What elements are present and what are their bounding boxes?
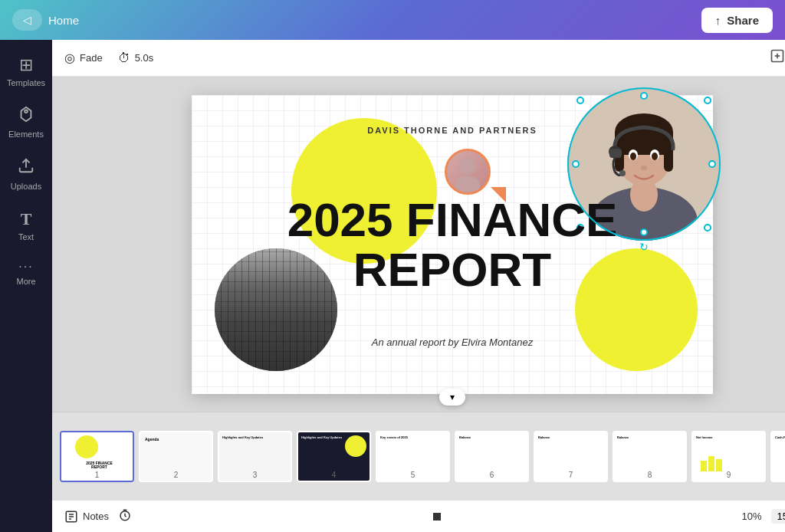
- slide-thumb-4[interactable]: Highlights and Key Updates 4: [297, 431, 371, 482]
- notes-button[interactable]: Notes: [64, 510, 109, 524]
- sidebar-item-label: Templates: [7, 78, 45, 87]
- page-number: 15: [777, 511, 785, 522]
- handle-top-right[interactable]: [704, 97, 711, 104]
- main-content: ◎ Fade ⏱ 5.0s: [52, 40, 785, 532]
- sidebar-item-uploads[interactable]: Uploads: [0, 149, 52, 199]
- thumb-num-2: 2: [174, 471, 179, 479]
- bottom-bar: Notes 10% 15: [52, 500, 785, 532]
- filmstrip: 2025 FINANCEREPORT 1 Agenda 2 Highlights…: [52, 412, 785, 500]
- slide-thumb-2[interactable]: Agenda 2: [139, 431, 213, 482]
- thumb-label: Key events of 2025: [380, 435, 445, 439]
- thumb-circle: [345, 435, 366, 457]
- thumb-yellow-circle: [75, 435, 98, 458]
- toolbar: ◎ Fade ⏱ 5.0s: [52, 40, 785, 77]
- slide-thumb-10[interactable]: Cash-Flow State 1: [770, 431, 785, 482]
- slide-thumb-8[interactable]: Balance 8: [613, 431, 687, 482]
- share-upload-icon: ↑: [715, 14, 721, 27]
- mini-chart: [701, 456, 722, 471]
- sidebar-item-label: More: [16, 277, 35, 286]
- slide-thumb-6[interactable]: Balance 6: [455, 431, 529, 482]
- home-label: Home: [48, 14, 79, 27]
- thumb-label: Balance: [459, 435, 471, 439]
- thumb-10-content: Cash-Flow State: [772, 432, 785, 481]
- rotate-handle[interactable]: ↻: [639, 241, 649, 253]
- slide-title: 2025 FINANCE REPORT: [287, 195, 618, 294]
- sidebar-item-elements[interactable]: Elements: [0, 98, 52, 146]
- handle-bot-mid[interactable]: [640, 228, 648, 236]
- collapse-filmstrip-button[interactable]: ▾: [439, 389, 465, 406]
- slide-company: DAVIS THORNE AND PARTNERS: [367, 126, 537, 135]
- thumb-num-7: 7: [569, 471, 573, 479]
- timer-icon: [118, 508, 132, 522]
- more-icon: ···: [18, 260, 33, 274]
- slide-thumb-9[interactable]: Net Income 9: [691, 431, 766, 482]
- page-number-box[interactable]: 15: [771, 509, 785, 524]
- handle-mid-right[interactable]: [708, 160, 716, 168]
- share-button[interactable]: ↑ Share: [701, 8, 773, 33]
- notes-icon: [64, 510, 78, 524]
- thumb-label: Highlights and Key Updates: [301, 435, 342, 439]
- share-label: Share: [727, 14, 759, 27]
- thumb-label: Balance: [538, 435, 550, 439]
- slide-thumb-3[interactable]: Highlights and Key Updates 3: [218, 431, 292, 482]
- svg-marker-0: [21, 107, 31, 121]
- slide-canvas[interactable]: ↻ DAVIS THORNE AND PARTNERS 2025 FINANCE…: [192, 95, 713, 394]
- playhead-dot: [433, 513, 441, 521]
- slide-thumb-1[interactable]: 2025 FINANCEREPORT 1: [60, 431, 134, 482]
- header: ◁ Home ↑ Share: [0, 0, 785, 40]
- duration-selector[interactable]: ⏱ 5.0s: [118, 51, 154, 65]
- svg-point-1: [25, 110, 28, 113]
- thumb-label: Agenda: [145, 437, 159, 442]
- sidebar-item-templates[interactable]: ⊞ Templates: [0, 48, 52, 95]
- sidebar-item-more[interactable]: ··· More: [0, 252, 52, 294]
- thumb-num-1: 1: [95, 471, 100, 479]
- svg-point-19: [630, 153, 636, 160]
- app-body: ⊞ Templates Elements Uploads T Text ··· …: [0, 40, 785, 532]
- transition-icon: ◎: [64, 51, 75, 65]
- sidebar-item-label: Uploads: [11, 182, 41, 191]
- sidebar-item-label: Elements: [8, 130, 44, 139]
- thumb-num-6: 6: [490, 471, 494, 479]
- slide-title-line1: 2025 FINANCE: [287, 193, 618, 246]
- sidebar-item-label: Text: [18, 232, 34, 241]
- timer-button[interactable]: [118, 508, 132, 525]
- duration-label: 5.0s: [135, 52, 154, 64]
- add-page-button[interactable]: [770, 48, 785, 67]
- svg-point-21: [641, 166, 647, 170]
- thumb-num-4: 4: [332, 471, 337, 479]
- thumb-label: Balance: [617, 435, 629, 439]
- back-button[interactable]: ◁: [12, 9, 42, 31]
- thumb-num-9: 9: [727, 471, 731, 479]
- uploads-icon: [18, 157, 34, 179]
- svg-point-20: [652, 153, 658, 160]
- handle-mid-left[interactable]: [572, 160, 580, 168]
- svg-point-24: [619, 170, 626, 176]
- thumb-num-5: 5: [411, 471, 415, 479]
- bottom-left: Notes: [64, 508, 132, 525]
- sidebar-item-text[interactable]: T Text: [0, 202, 52, 249]
- transition-selector[interactable]: ◎ Fade: [64, 51, 103, 65]
- slide-thumb-7[interactable]: Balance 7: [534, 431, 608, 482]
- transition-label: Fade: [80, 52, 103, 64]
- bar1: [701, 461, 707, 471]
- handle-top-mid[interactable]: [640, 92, 648, 100]
- handle-bot-right[interactable]: [704, 224, 711, 232]
- thumb-num-8: 8: [648, 471, 652, 479]
- canvas-area[interactable]: ↻ DAVIS THORNE AND PARTNERS 2025 FINANCE…: [52, 77, 785, 412]
- svg-point-7: [459, 158, 476, 175]
- back-icon: ◁: [23, 14, 31, 26]
- slide-subtitle: An annual report by Elvira Montanez: [372, 337, 533, 348]
- slide-thumb-5[interactable]: Key events of 2025 5: [376, 431, 450, 482]
- toolbar-actions: [770, 48, 785, 67]
- bottom-right: 10% 15: [742, 508, 786, 525]
- clock-icon: ⏱: [118, 51, 130, 65]
- sidebar: ⊞ Templates Elements Uploads T Text ··· …: [0, 40, 52, 532]
- text-icon: T: [21, 209, 32, 229]
- thumb-title: 2025 FINANCEREPORT: [69, 461, 130, 470]
- thumb-label: Net Income: [696, 435, 713, 439]
- handle-top-left[interactable]: [576, 97, 584, 104]
- small-avatar[interactable]: [445, 149, 491, 195]
- bar2: [708, 456, 714, 471]
- slide-title-line2: REPORT: [353, 243, 551, 296]
- progress-dot: [132, 513, 742, 521]
